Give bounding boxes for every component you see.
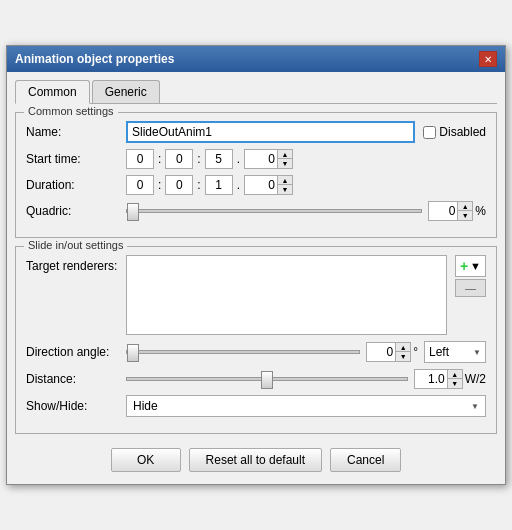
distance-label: Distance: bbox=[26, 372, 126, 386]
distance-spin-buttons: ▲ ▼ bbox=[447, 370, 462, 388]
start-time-f-spin: ▲ ▼ bbox=[244, 149, 293, 169]
direction-angle-label: Direction angle: bbox=[26, 345, 126, 359]
duration-s[interactable] bbox=[205, 175, 233, 195]
start-time-group: : : . ▲ ▼ bbox=[126, 149, 293, 169]
direction-left-value: Left bbox=[429, 345, 449, 359]
target-renderers-label: Target renderers: bbox=[26, 255, 126, 273]
direction-slider-thumb[interactable] bbox=[127, 344, 139, 362]
common-settings-label: Common settings bbox=[24, 105, 118, 117]
direction-dropdown-arrow: ▼ bbox=[473, 348, 481, 357]
renderers-list[interactable] bbox=[126, 255, 447, 335]
window-title: Animation object properties bbox=[15, 52, 174, 66]
tab-bar: Common Generic bbox=[15, 80, 497, 104]
quadric-value-input[interactable] bbox=[429, 202, 457, 220]
direction-left-dropdown[interactable]: Left ▼ bbox=[424, 341, 486, 363]
direction-spin-up[interactable]: ▲ bbox=[396, 343, 410, 352]
disabled-checkbox-area: Disabled bbox=[423, 125, 486, 139]
distance-slider-thumb[interactable] bbox=[261, 371, 273, 389]
quadric-slider-row bbox=[126, 209, 422, 213]
name-input[interactable] bbox=[126, 121, 415, 143]
duration-spin-up[interactable]: ▲ bbox=[278, 176, 292, 185]
start-time-h[interactable] bbox=[126, 149, 154, 169]
show-hide-dropdown[interactable]: Hide ▼ bbox=[126, 395, 486, 417]
duration-f[interactable] bbox=[245, 176, 277, 194]
duration-m[interactable] bbox=[165, 175, 193, 195]
ok-button[interactable]: OK bbox=[111, 448, 181, 472]
title-bar: Animation object properties ✕ bbox=[7, 46, 505, 72]
distance-slider-row bbox=[126, 377, 408, 381]
quadric-spin-up[interactable]: ▲ bbox=[458, 202, 472, 211]
start-time-spin-up[interactable]: ▲ bbox=[278, 150, 292, 159]
start-time-label: Start time: bbox=[26, 152, 126, 166]
distance-row: Distance: ▲ ▼ W/2 bbox=[26, 369, 486, 389]
duration-label: Duration: bbox=[26, 178, 126, 192]
start-time-m[interactable] bbox=[165, 149, 193, 169]
renderers-controls: + ▼ — bbox=[455, 255, 486, 297]
main-window: Animation object properties ✕ Common Gen… bbox=[6, 45, 506, 485]
direction-unit: ° bbox=[413, 345, 418, 359]
distance-slider-track[interactable] bbox=[126, 377, 408, 381]
distance-unit: W/2 bbox=[465, 372, 486, 386]
direction-angle-row: Direction angle: ▲ ▼ ° Left ▼ bbox=[26, 341, 486, 363]
tab-generic[interactable]: Generic bbox=[92, 80, 160, 103]
distance-spin-up[interactable]: ▲ bbox=[448, 370, 462, 379]
remove-renderer-button[interactable]: — bbox=[455, 279, 486, 297]
duration-f-spin: ▲ ▼ bbox=[244, 175, 293, 195]
distance-spin-down[interactable]: ▼ bbox=[448, 379, 462, 388]
duration-group: : : . ▲ ▼ bbox=[126, 175, 293, 195]
start-time-s[interactable] bbox=[205, 149, 233, 169]
show-hide-row: Show/Hide: Hide ▼ bbox=[26, 395, 486, 417]
direction-value-spin: ▲ ▼ bbox=[366, 342, 411, 362]
add-dropdown-arrow: ▼ bbox=[470, 260, 481, 272]
show-hide-value: Hide bbox=[133, 399, 158, 413]
start-time-row: Start time: : : . ▲ ▼ bbox=[26, 149, 486, 169]
disabled-label: Disabled bbox=[439, 125, 486, 139]
common-settings-group: Common settings Name: Disabled Start tim… bbox=[15, 112, 497, 238]
plus-icon: + bbox=[460, 258, 468, 274]
direction-spin-buttons: ▲ ▼ bbox=[395, 343, 410, 361]
button-row: OK Reset all to default Cancel bbox=[15, 442, 497, 476]
name-row: Name: Disabled bbox=[26, 121, 486, 143]
duration-spin-buttons: ▲ ▼ bbox=[277, 176, 292, 194]
name-label: Name: bbox=[26, 125, 126, 139]
start-time-spin-buttons: ▲ ▼ bbox=[277, 150, 292, 168]
quadric-spin-down[interactable]: ▼ bbox=[458, 211, 472, 220]
direction-slider-track[interactable] bbox=[126, 350, 360, 354]
start-time-spin-down[interactable]: ▼ bbox=[278, 159, 292, 168]
close-button[interactable]: ✕ bbox=[479, 51, 497, 67]
quadric-unit: % bbox=[475, 204, 486, 218]
distance-value-input[interactable] bbox=[415, 370, 447, 388]
direction-value-input[interactable] bbox=[367, 343, 395, 361]
show-hide-arrow: ▼ bbox=[471, 402, 479, 411]
slide-settings-group: Slide in/out settings Target renderers: … bbox=[15, 246, 497, 434]
direction-slider-row bbox=[126, 350, 360, 354]
distance-value-spin: ▲ ▼ bbox=[414, 369, 463, 389]
target-renderers-row: Target renderers: + ▼ — bbox=[26, 255, 486, 335]
quadric-spin-buttons: ▲ ▼ bbox=[457, 202, 472, 220]
add-renderer-button[interactable]: + ▼ bbox=[455, 255, 486, 277]
quadric-row: Quadric: ▲ ▼ % bbox=[26, 201, 486, 221]
quadric-value-spin: ▲ ▼ bbox=[428, 201, 473, 221]
reset-button[interactable]: Reset all to default bbox=[189, 448, 322, 472]
cancel-button[interactable]: Cancel bbox=[330, 448, 401, 472]
disabled-checkbox[interactable] bbox=[423, 126, 436, 139]
show-hide-label: Show/Hide: bbox=[26, 399, 126, 413]
tab-common[interactable]: Common bbox=[15, 80, 90, 104]
start-time-f[interactable] bbox=[245, 150, 277, 168]
direction-spin-down[interactable]: ▼ bbox=[396, 352, 410, 361]
quadric-slider-thumb[interactable] bbox=[127, 203, 139, 221]
quadric-slider-track[interactable] bbox=[126, 209, 422, 213]
duration-h[interactable] bbox=[126, 175, 154, 195]
duration-spin-down[interactable]: ▼ bbox=[278, 185, 292, 194]
slide-settings-label: Slide in/out settings bbox=[24, 239, 127, 251]
quadric-label: Quadric: bbox=[26, 204, 126, 218]
duration-row: Duration: : : . ▲ ▼ bbox=[26, 175, 486, 195]
